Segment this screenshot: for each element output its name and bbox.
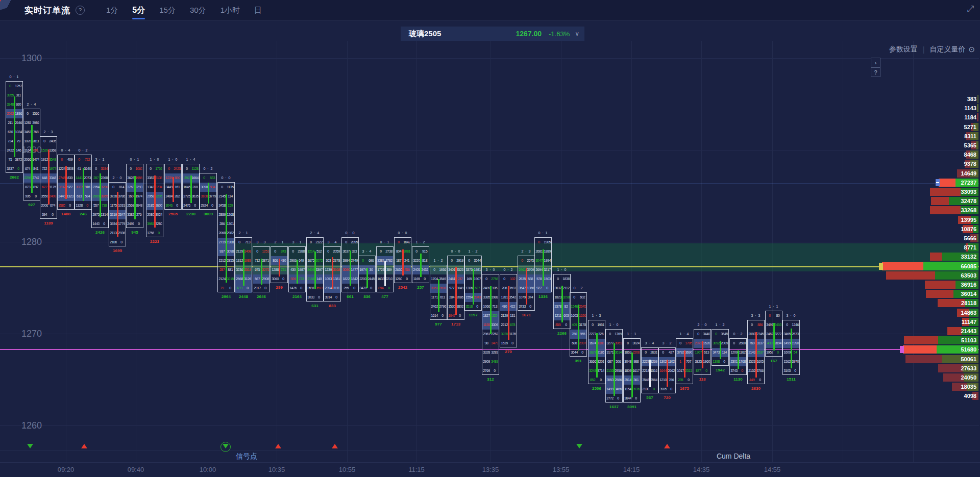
collapse-panel-button[interactable]: ›	[871, 58, 880, 67]
bid-cell: 1260	[395, 274, 402, 284]
bid-cell: 3473	[713, 348, 720, 357]
delta-line	[508, 286, 509, 339]
footprint-candle: 0190526811889304719942694321757815039270…	[534, 237, 552, 292]
bid-cell: 3105	[783, 366, 791, 375]
delta-line	[117, 192, 118, 237]
bid-cell: 3348	[7, 100, 14, 109]
ask-cell: 1102	[668, 357, 675, 366]
tab-timeframe-2[interactable]: 15分	[152, 0, 183, 20]
bid-cell: 613	[76, 192, 83, 201]
ask-cell: 3961	[615, 339, 622, 348]
ask-cell: 3872	[15, 155, 22, 164]
ask-cell: 830	[66, 173, 74, 183]
ask-cell: 3614	[615, 348, 622, 357]
bid-cell: 0	[377, 247, 384, 256]
ask-cell: 1889	[544, 247, 551, 256]
bid-cell: 2200	[359, 274, 366, 284]
time-gridline	[66, 41, 66, 462]
instrument-price: 1267.00	[516, 30, 542, 38]
delta-line	[31, 125, 33, 193]
bid-cell: 3955	[7, 91, 14, 100]
ask-cell: 0	[721, 357, 728, 366]
ask-cell: 0	[615, 394, 622, 403]
volume-profile-value: 50061	[915, 355, 978, 363]
ask-cell: 0	[244, 284, 251, 293]
bid-cell: 0	[589, 320, 596, 330]
candle-delta-label: 1942	[712, 368, 728, 372]
param-settings-button[interactable]: 参数设置	[889, 45, 918, 54]
ask-cell: 30	[368, 265, 375, 274]
bid-cell: 2394	[325, 284, 332, 293]
bid-cell: 2354	[92, 183, 100, 192]
panel-help-button[interactable]: ?	[871, 67, 880, 77]
bid-cell: 3465	[783, 330, 791, 339]
signal-panel-label[interactable]: 信号点	[236, 452, 257, 461]
candle-delta-label: 2565	[165, 212, 181, 216]
footprint-candle: 02631222732692218151635462564210003 · 45…	[641, 347, 658, 393]
candle-delta-label: 945	[127, 230, 143, 235]
bid-cell: 3914	[325, 293, 332, 302]
ask-cell: 3549	[439, 274, 446, 284]
ask-cell: 1769	[615, 330, 622, 339]
footprint-candle: 0205936323781239366810531381239431113914…	[324, 246, 341, 302]
ask-cell: 707	[685, 357, 692, 366]
ask-cell: 713	[244, 238, 251, 247]
bid-cell: 3547	[519, 284, 526, 293]
candle-count-label: 1 · 2	[465, 249, 481, 253]
gear-icon[interactable]: ⊙	[968, 45, 975, 54]
help-icon[interactable]: ?	[76, 6, 85, 15]
ask-cell: 237	[456, 274, 463, 284]
tab-timeframe-0[interactable]: 1分	[99, 0, 125, 20]
ask-cell: 0	[351, 284, 358, 293]
bid-cell: 1523	[748, 357, 755, 366]
time-axis-label: 14:55	[764, 466, 781, 473]
bid-cell: 3497	[766, 320, 773, 330]
bid-cell: 977	[448, 284, 455, 293]
bid-cell: 3236	[236, 265, 243, 274]
ask-cell: 311	[15, 91, 22, 100]
expand-icon[interactable]: ⤢	[967, 4, 974, 14]
ask-cell: 738	[101, 201, 108, 210]
tab-timeframe-1[interactable]: 5分	[125, 0, 152, 20]
bid-cell: 1281	[501, 293, 508, 302]
bid-cell: 0	[624, 339, 631, 348]
volume-profile-value: 9378	[915, 160, 978, 168]
bid-cell: 0	[76, 155, 83, 164]
ask-cell: 766	[668, 375, 675, 385]
tab-timeframe-3[interactable]: 30分	[183, 0, 213, 20]
ask-cell: 916	[84, 183, 91, 192]
ask-cell: 2112	[562, 284, 570, 293]
bid-cell: 877	[695, 366, 702, 375]
bid-cell: 2066	[24, 155, 31, 164]
ask-cell: 3593	[315, 284, 323, 293]
candle-count-label: 0 · 2	[500, 268, 517, 271]
ask-cell: 282	[174, 192, 181, 201]
cumdelta-panel-label[interactable]: Cum Delta	[717, 452, 750, 460]
tab-timeframe-5[interactable]: 日	[247, 0, 269, 20]
ask-cell: 2943	[474, 293, 481, 302]
bid-cell: 3453	[24, 128, 31, 137]
footprint-candle: 026801209116223011768374300 · 21130	[729, 338, 747, 375]
bid-cell: 1288	[272, 265, 279, 274]
instrument-selector[interactable]: 玻璃2505 1267.00 -1.63% ∨	[401, 27, 584, 41]
bid-cell: 3220	[413, 256, 420, 265]
delta-line	[420, 254, 422, 278]
volume-profile-value: 36014	[915, 290, 978, 298]
ask-cell: 0	[333, 293, 340, 302]
bid-cell: 2440	[58, 192, 65, 201]
bid-cell: 1440	[92, 219, 100, 229]
footprint-candle: 02425123989034491612484282304601 · 02565	[164, 164, 182, 210]
chart-canvas[interactable]: 1300129012801270126009:2009:4010:0010:35…	[0, 0, 980, 477]
ask-cell: 0	[174, 201, 181, 210]
bid-cell: 439	[766, 339, 773, 348]
custom-volume-button[interactable]: 自定义量价	[929, 45, 965, 54]
bid-cell: 3763	[127, 183, 134, 192]
ask-cell: 3523	[456, 265, 463, 274]
candle-count-label: 1 · 2	[412, 240, 429, 244]
volume-profile-value: 14649	[915, 169, 978, 178]
bid-cell: 0	[677, 339, 684, 348]
volume-profile-value: 5666	[915, 234, 978, 242]
tab-timeframe-4[interactable]: 1小时	[213, 0, 247, 20]
bid-cell: 2100	[642, 385, 649, 394]
bid-cell: 0	[730, 339, 738, 348]
